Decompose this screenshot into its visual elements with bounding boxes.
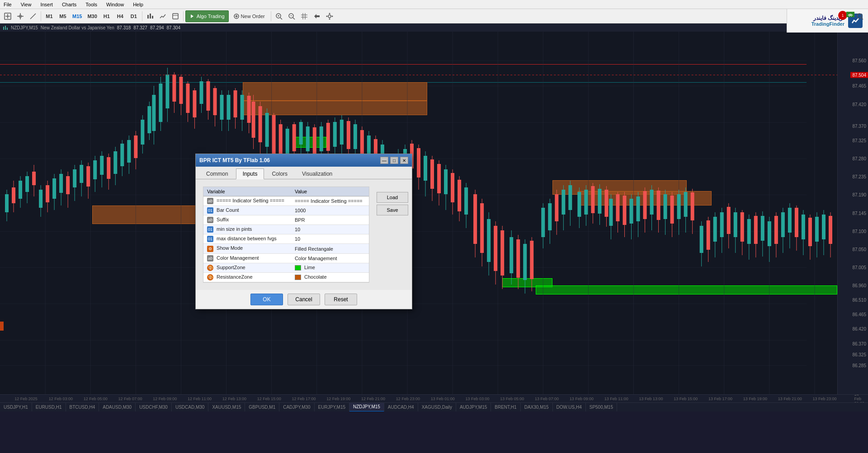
tab-dax30-m15[interactable]: DAX30,M15 [521,403,553,412]
tab-sp500-m15[interactable]: SP500,M15 [586,403,617,412]
tab-cadjpy-m30[interactable]: CADJPY,M30 [279,403,314,412]
svg-rect-69 [159,84,162,122]
search-icon[interactable] [856,13,863,21]
chart-price-4: 87.304 [167,25,181,30]
chart-container[interactable]: 87.560 87.504 87.465 87.420 87.370 87.32… [0,32,868,394]
table-cell-suffix[interactable]: BPR [291,215,369,225]
menu-item-view[interactable]: View [19,2,33,7]
separator-2 [142,11,142,21]
svg-rect-251 [458,180,461,211]
modal-minimize-btn[interactable]: — [380,157,388,164]
menu-item-help[interactable]: Help [131,2,145,7]
tab-visualization[interactable]: Visualization [295,168,339,179]
tf-h1[interactable]: H1 [100,11,113,21]
svg-rect-61 [19,181,22,199]
candles-area[interactable] [0,32,837,394]
load-button[interactable]: Load [377,192,408,203]
line-tool-btn[interactable] [27,10,39,22]
tab-usdchf-m30[interactable]: USDCHF,M30 [136,403,172,412]
tf-h4[interactable]: H4 [114,11,127,21]
table-row: 01 max distance between fvgs 10 [203,234,369,244]
new-chart-btn[interactable] [2,10,14,22]
tf-m30[interactable]: M30 [85,11,99,21]
tab-common[interactable]: Common [199,168,235,179]
tab-usdjpy-h1[interactable]: USDJPY,H1 [0,403,32,412]
svg-rect-85 [213,88,217,115]
tab-xagusd-daily[interactable]: XAGUSD,Daily [418,403,456,412]
svg-rect-205 [147,106,151,133]
time-label-17: 13 Feb 11:00 [604,397,628,401]
menu-item-window[interactable]: Window [104,2,126,7]
svg-rect-81 [199,81,203,104]
algo-trading-btn[interactable]: Algo Trading [185,10,229,22]
new-order-btn[interactable]: New Order [230,10,269,22]
tab-eurusd-h1[interactable]: EURUSD,H1 [32,403,66,412]
modal-maximize-btn[interactable]: □ [390,157,398,164]
table-cell-var: 01 max distance between fvgs [203,234,291,244]
price-86325: 86.325 [852,352,866,357]
crosshair-btn[interactable] [14,10,26,22]
notification-badge[interactable]: 1 [838,11,847,20]
svg-rect-297 [754,216,758,244]
tab-nzdjpy-m15[interactable]: NZDJPY,M15 [349,403,384,412]
auto-scroll-btn[interactable] [311,10,323,22]
table-cell-barcount[interactable]: 1000 [291,206,369,215]
tab-brent-h1[interactable]: BRENT,H1 [491,403,520,412]
tf-m5[interactable]: M5 [57,11,69,21]
tab-gbpusd-m1[interactable]: GBPUSD,M1 [245,403,279,412]
svg-rect-93 [265,113,269,147]
time-label-6: 12 Feb 13:00 [222,397,246,401]
table-cell-resistancezone[interactable]: Chocolate [291,272,369,282]
zoom-out-btn[interactable] [286,10,297,22]
chart-type-btn[interactable] [144,10,156,22]
svg-rect-265 [584,190,588,215]
table-cell-supportzone[interactable]: Lime [291,263,369,272]
tf-d1[interactable]: D1 [127,11,140,21]
menu-item-file[interactable]: File [2,2,14,7]
tab-dow-us-h4[interactable]: DOW.US,H4 [553,403,586,412]
time-label-8: 12 Feb 17:00 [292,397,316,401]
tab-inputs[interactable]: Inputs [236,168,264,179]
tab-colors[interactable]: Colors [265,168,294,179]
price-87005: 87.005 [852,265,866,270]
tab-audjpy-m15[interactable]: AUDJPY,M15 [456,403,491,412]
ok-button[interactable]: OK [250,294,283,305]
toolbar: M1 M5 M15 M30 H1 H4 D1 Algo Trading New … [0,9,868,23]
support-color-swatch [295,265,301,271]
svg-line-6 [30,14,36,19]
modal-close-btn[interactable]: ✕ [400,157,408,164]
table-cell-maxdist[interactable]: 10 [291,234,369,244]
save-button[interactable]: Save [377,205,408,215]
zoom-in-btn[interactable] [273,10,285,22]
indicators-btn[interactable] [157,10,169,22]
table-cell-showmode[interactable]: Filled Rectangale [291,244,369,253]
properties-btn[interactable] [324,10,335,22]
svg-rect-229 [354,124,357,149]
tf-m1[interactable]: M1 [43,11,56,21]
svg-rect-87 [220,95,224,120]
reset-button[interactable]: Reset [325,294,357,305]
templates-btn[interactable] [170,10,181,22]
tab-usdcad-m30[interactable]: USDCAD,M30 [172,403,208,412]
price-87465: 87.465 [852,84,866,89]
cancel-button[interactable]: Cancel [288,294,320,305]
tab-adausd-m30[interactable]: ADAUSD,M30 [99,403,136,412]
grid-btn[interactable] [298,10,310,22]
svg-rect-223 [333,122,337,147]
price-86285: 86.285 [852,363,866,368]
col-value-header: Value [291,187,369,196]
tab-xauusd-m15[interactable]: XAUUSD,M15 [208,403,245,412]
tf-m15[interactable]: M15 [70,11,84,21]
menu-item-insert[interactable]: Insert [38,2,55,7]
menu-item-tools[interactable]: Tools [84,2,99,7]
price-87050: 87.050 [852,247,866,252]
menu-item-charts[interactable]: Charts [60,2,78,7]
modal-title-bar[interactable]: BPR ICT MT5 By TFlab 1.06 — □ ✕ [196,154,412,167]
tab-audcad-h4[interactable]: AUDCAD,H4 [384,403,418,412]
table-cell-minsize[interactable]: 10 [291,225,369,234]
tab-btcusd-h4[interactable]: BTCUSD,H4 [66,403,99,412]
tab-eurjpy-m15[interactable]: EURJPY,M15 [315,403,349,412]
svg-rect-63 [25,176,29,192]
svg-point-29 [329,13,330,14]
time-axis: 12 Feb 2025 12 Feb 03:00 12 Feb 05:00 12… [0,394,868,402]
